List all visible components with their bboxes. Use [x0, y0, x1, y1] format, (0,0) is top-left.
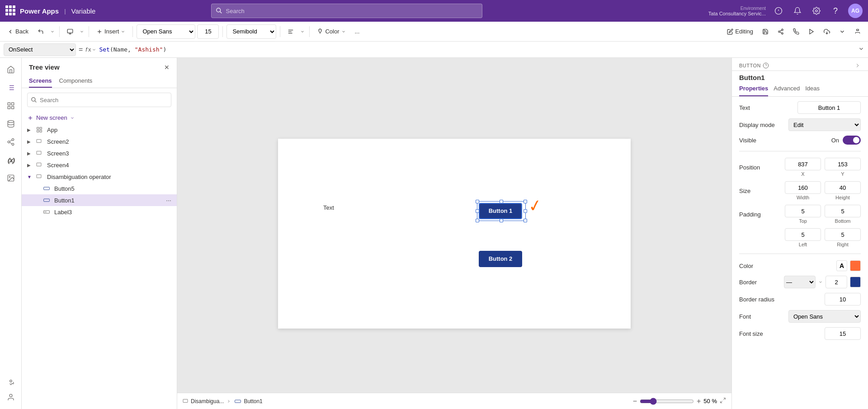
- share-btn[interactable]: [774, 24, 788, 39]
- breadcrumb-screen[interactable]: Disambigua...: [183, 398, 231, 404]
- avatar[interactable]: AG: [848, 4, 863, 18]
- size-width-input[interactable]: [785, 181, 821, 194]
- svg-point-40: [9, 176, 10, 177]
- screens-button[interactable]: [63, 24, 77, 39]
- environment-icon-btn[interactable]: [772, 5, 785, 17]
- button1-more-btn[interactable]: ···: [166, 197, 171, 204]
- top-nav-right: Environment Tata Consultancy Servic... ?…: [708, 4, 863, 18]
- undo-dropdown[interactable]: [49, 24, 56, 39]
- displaymode-prop-select[interactable]: Edit: [788, 118, 861, 131]
- expand-btn[interactable]: [835, 24, 849, 39]
- handle-bm[interactable]: [500, 219, 503, 222]
- fill-color-swatch[interactable]: [850, 260, 861, 271]
- border-style-select[interactable]: —: [784, 276, 816, 288]
- insert-button[interactable]: Insert: [93, 24, 129, 39]
- tab-advanced[interactable]: Advanced: [774, 81, 800, 96]
- search-input[interactable]: [226, 8, 477, 14]
- zoom-in-btn[interactable]: +: [697, 397, 701, 405]
- border-color-swatch[interactable]: [850, 277, 861, 287]
- tab-screens[interactable]: Screens: [29, 75, 52, 88]
- tree-close-btn[interactable]: ✕: [164, 64, 170, 71]
- property-select[interactable]: OnSelect: [4, 43, 76, 56]
- media-icon-btn[interactable]: [3, 170, 19, 186]
- connections-icon-btn[interactable]: [3, 134, 19, 150]
- insert-icon-btn[interactable]: [3, 98, 19, 114]
- fit-screen-btn[interactable]: [720, 397, 726, 405]
- waffle-icon[interactable]: [5, 5, 16, 16]
- tree-item-screen2[interactable]: ▶ Screen2: [22, 136, 177, 147]
- handle-tr[interactable]: [524, 200, 527, 203]
- text-color-swatch[interactable]: A: [836, 260, 847, 271]
- panel-help-icon[interactable]: [763, 62, 769, 69]
- canvas-button2[interactable]: Button 2: [479, 251, 522, 267]
- text-prop-input[interactable]: [797, 101, 861, 114]
- panel-collapse-icon[interactable]: [854, 62, 861, 69]
- size-height-input[interactable]: [825, 181, 861, 194]
- user-icon-btn[interactable]: [3, 389, 19, 405]
- notifications-icon-btn[interactable]: [791, 5, 804, 17]
- back-button[interactable]: Back: [4, 24, 32, 39]
- tree-view-icon-btn[interactable]: [3, 80, 19, 96]
- screens-dropdown[interactable]: [79, 24, 85, 39]
- formula-expand[interactable]: [858, 46, 864, 53]
- svg-line-62: [721, 401, 722, 403]
- handle-bl[interactable]: [476, 219, 479, 222]
- tree-item-button5[interactable]: Button5: [22, 183, 177, 194]
- font-size-input[interactable]: [197, 24, 219, 39]
- border-width-input[interactable]: [826, 276, 847, 288]
- settings-sidebar-btn[interactable]: [3, 373, 19, 389]
- align-dropdown[interactable]: [299, 24, 306, 39]
- tab-components[interactable]: Components: [59, 75, 93, 88]
- padding-bottom-input[interactable]: [825, 205, 861, 217]
- color-button[interactable]: Color: [313, 24, 349, 39]
- tree-item-app[interactable]: ▶ App: [22, 124, 177, 136]
- help-icon-btn[interactable]: ?: [829, 5, 842, 17]
- handle-tl[interactable]: [476, 200, 479, 203]
- breadcrumb-element[interactable]: Button1: [235, 398, 262, 404]
- zoom-out-btn[interactable]: −: [633, 397, 637, 405]
- zoom-slider[interactable]: [640, 398, 694, 405]
- tree-item-screen4[interactable]: ▶ Screen4: [22, 159, 177, 171]
- canvas-button1[interactable]: Button 1: [479, 203, 522, 219]
- handle-mr[interactable]: [524, 209, 527, 213]
- tab-properties[interactable]: Properties: [739, 81, 768, 96]
- position-x-input[interactable]: [785, 158, 821, 170]
- global-search-bar[interactable]: [211, 4, 482, 18]
- tree-item-disambiguation[interactable]: ▼ Disambiguation operator: [22, 171, 177, 183]
- font-weight-select[interactable]: Semibold: [226, 24, 276, 39]
- phone-btn[interactable]: [789, 24, 803, 39]
- settings-icon-btn[interactable]: [810, 5, 823, 17]
- publish-btn[interactable]: [820, 24, 834, 39]
- tab-ideas[interactable]: Ideas: [805, 81, 820, 96]
- svg-rect-50: [37, 130, 39, 132]
- fx-dropdown-icon[interactable]: [92, 47, 96, 52]
- tree-search-input[interactable]: [40, 97, 167, 103]
- font-family-select[interactable]: Open Sans: [137, 24, 195, 39]
- tree-item-label3[interactable]: Label3: [22, 206, 177, 218]
- variables-icon-btn[interactable]: (x): [3, 152, 19, 168]
- insert-chevron-icon: [121, 29, 125, 34]
- font-prop-select[interactable]: Open Sans: [788, 310, 861, 323]
- padding-left-input[interactable]: [785, 228, 821, 241]
- save-btn[interactable]: [759, 24, 772, 39]
- visible-toggle[interactable]: [843, 136, 861, 145]
- play-btn[interactable]: [805, 24, 818, 39]
- tree-search[interactable]: [27, 93, 171, 107]
- position-y-input[interactable]: [825, 158, 861, 170]
- home-icon-btn[interactable]: [3, 61, 19, 78]
- tree-item-screen3[interactable]: ▶ Screen3: [22, 147, 177, 159]
- data-icon-btn[interactable]: [3, 116, 19, 132]
- tree-item-button1[interactable]: Button1 ···: [22, 194, 177, 206]
- more-button[interactable]: ...: [351, 24, 363, 39]
- padding-top-input[interactable]: [785, 205, 821, 217]
- padding-right-input[interactable]: [825, 228, 861, 241]
- border-radius-input[interactable]: [825, 293, 861, 306]
- svg-marker-19: [810, 29, 813, 34]
- fontsize-prop-input[interactable]: [825, 327, 861, 340]
- collapse-btn[interactable]: [851, 24, 864, 39]
- undo-button[interactable]: [34, 24, 47, 39]
- handle-br[interactable]: [524, 219, 527, 222]
- canvas-frame[interactable]: Text Button 1 ✓ Button 2: [278, 139, 631, 329]
- align-button[interactable]: [284, 24, 297, 39]
- new-screen-btn[interactable]: New screen: [22, 112, 177, 124]
